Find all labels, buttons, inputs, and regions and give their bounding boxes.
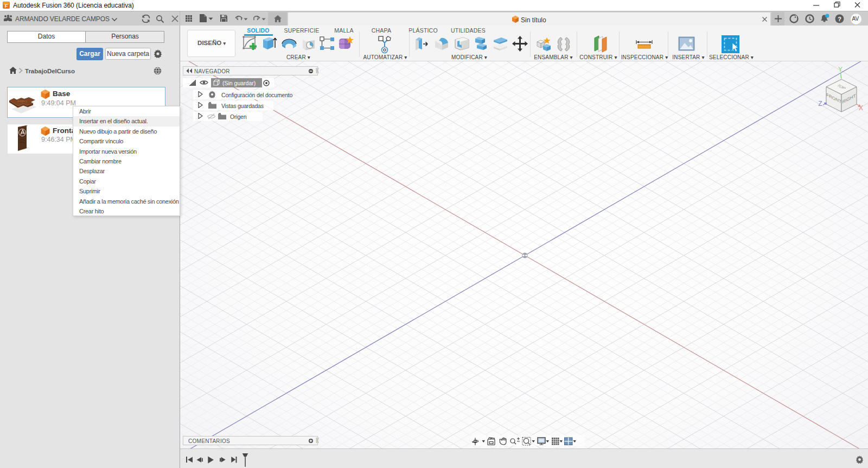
svg-text:F: F: [5, 3, 8, 9]
svg-text:Z: Z: [818, 100, 822, 107]
svg-text:?: ?: [838, 16, 841, 22]
svg-text:Y: Y: [838, 66, 843, 73]
